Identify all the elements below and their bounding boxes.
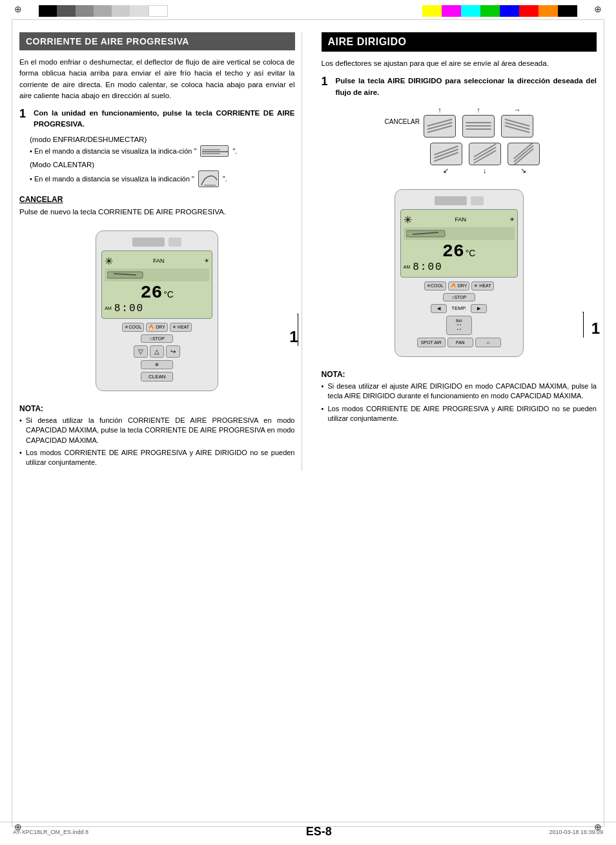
right-temp-up-btn[interactable]: ▶ [471,304,487,313]
wifi-btn[interactable]: ⌂ [475,338,501,347]
am-label: AM [105,306,112,311]
right-cool-btn[interactable]: ✳COOL [424,281,446,290]
left-remote: ✳ FAN ☀ 26 °C [96,230,218,391]
swing-btn[interactable]: ↪ [166,345,180,358]
right-temp-down-btn[interactable]: ◀ [431,304,447,313]
right-deflector-row [404,227,515,240]
color-swatch-black [39,5,57,17]
remote-slot-2 [169,238,181,247]
mode-calentar-text: • En el mando a distancia se visualiza l… [30,175,194,183]
reg-mark-tr: ⊕ [594,4,602,14]
right-remote-container: ✳ FAN ☀ 26 °C [322,183,597,363]
ion-dots: ⁚⁚ [457,323,462,332]
color-swatch-black2 [558,5,577,17]
arrow-up-2: ↑ [477,106,480,114]
unit-lines-6 [508,147,539,160]
unit-lines-1 [424,119,455,132]
unit3: → [501,106,533,137]
bottom-bar: AY-XPC18LR_OM_ES.indd 8 ES-8 2010-03-18 … [0,822,616,839]
unit-rect-5 [469,143,501,165]
arrow-right-3: → [513,106,520,114]
reg-mark-tl: ⊕ [14,4,22,14]
right-time-row: AM 8:00 [404,261,515,273]
left-step1-number: 1 [19,108,30,130]
mode-enfriar-label: (modo ENFRIAR/DESHUMECTAR) [30,136,295,143]
arrow-down-4: ↙ [443,167,449,175]
right-celsius-symbol: °C [466,248,476,258]
bottom-units: ↙ ↓ [430,143,540,175]
line6 [466,128,491,130]
right-heat-btn[interactable]: ✳ HEAT [471,281,493,290]
color-swatch-light [94,5,112,17]
enfriar-svg [201,146,229,158]
left-step1: 1 Con la unidad en funcionamiento, pulse… [19,108,295,130]
stop-btn[interactable]: ○STOP [141,334,173,343]
right-temp-btn-row: ◀ TEMP. ▶ [400,304,518,313]
ion-content: Ion ⁚⁚ [456,318,462,332]
deflector-svg [107,270,146,280]
right-step1: 1 Pulse la tecla AIRE DIRIGIDO para sele… [322,76,597,98]
color-swatch-yellow [422,5,442,17]
left-mode-enfriar: (modo ENFRIAR/DESHUMECTAR) • En el mando… [30,136,295,157]
mode-calentar-label: (Modo CALENTAR) [30,161,295,168]
right-step1-number: 1 [322,76,332,98]
spot-air-btn[interactable]: SPOT AIR [417,338,446,347]
bottom-date: 2010-03-18 16:39:09 [549,829,603,835]
right-mode-btn-row: ✳COOL 🔥 DRY ✳ HEAT [400,281,518,290]
remote-top-decor [101,238,212,247]
dry-btn[interactable]: 🔥 DRY [146,323,168,332]
timer-btn[interactable]: ⊕ [141,360,173,369]
right-ion-btn[interactable]: Ion ⁚⁚ [446,316,472,335]
mode-enfriar-indicator: • En el mando a distancia se visualiza l… [30,145,295,157]
right-time-display: 8:00 [413,261,442,273]
mode-btn-row: ✳COOL 🔥 DRY ✳ HEAT [101,323,212,332]
clean-btn[interactable]: CLEAN [141,372,173,382]
left-remote-display: ✳ FAN ☀ 26 °C [101,250,212,319]
right-dry-btn[interactable]: 🔥 DRY [448,281,470,290]
right-fan-row: ✳ FAN ☀ [404,214,515,226]
unit-rect-2 [462,115,495,137]
fan-indicator: ☀ [204,258,209,264]
color-bar-left [39,5,168,17]
bottom-page: ES-8 [306,825,332,839]
color-bar-right [422,5,577,17]
right-nota-item-1: Si desea utilizar el ajuste AIRE DIRIGID… [322,382,597,402]
right-indicator-1: 1 [591,320,600,338]
unit-lines-2 [463,119,494,132]
unit4: ↙ [430,143,462,175]
unit-lines-5 [469,147,500,160]
two-columns: CORRIENTE DE AIRE PROGRESIVA En el modo … [19,32,597,471]
unit1: ↑ [424,106,456,137]
left-intro-text: En el modo enfriar o deshumectar, el def… [19,57,295,101]
fan-btn[interactable]: FAN [447,338,473,347]
line5 [466,125,491,127]
right-am-label: AM [404,265,411,269]
right-remote-top [400,196,518,205]
heat-btn[interactable]: ✳ HEAT [170,323,192,332]
diagram-row-top: CANCELAR ↑ [322,106,597,137]
unit6: ↘ [508,143,540,175]
right-temp-row: 26 °C [404,241,515,261]
color-swatch-red [519,5,539,17]
timer-btn-row: ⊕ [101,360,212,369]
left-nota-title: NOTA: [19,404,295,413]
cancelar-group: CANCELAR ↑ [385,106,533,137]
air-direction-diagram: CANCELAR ↑ [322,106,597,175]
time-row: AM 8:00 [105,303,209,314]
right-stop-btn[interactable]: ○STOP [443,293,475,301]
time-display: 8:00 [114,303,144,314]
calentar-svg [199,171,219,187]
arrow-down-5: ↓ [483,167,487,174]
arrow-down-btn[interactable]: ▽ [134,345,148,358]
unit-lines-4 [431,147,462,160]
cool-btn[interactable]: ✳COOL [122,323,144,332]
right-column: AIRE DIRIGIDO Los deflectores se ajustan… [315,32,597,471]
right-fan-label: FAN [455,216,466,223]
right-remote-display: ✳ FAN ☀ 26 °C [400,209,518,278]
right-intro-text: Los deflectores se ajustan para que el a… [322,58,597,69]
arrow-up-btn[interactable]: △ [150,345,164,358]
right-deflector-svg [406,229,448,238]
remote-slot-1 [132,238,165,247]
right-nota-item-2: Los modos CORRIENTE DE AIRE PROGRESIVA y… [322,404,597,424]
left-indicator-line [297,314,298,346]
